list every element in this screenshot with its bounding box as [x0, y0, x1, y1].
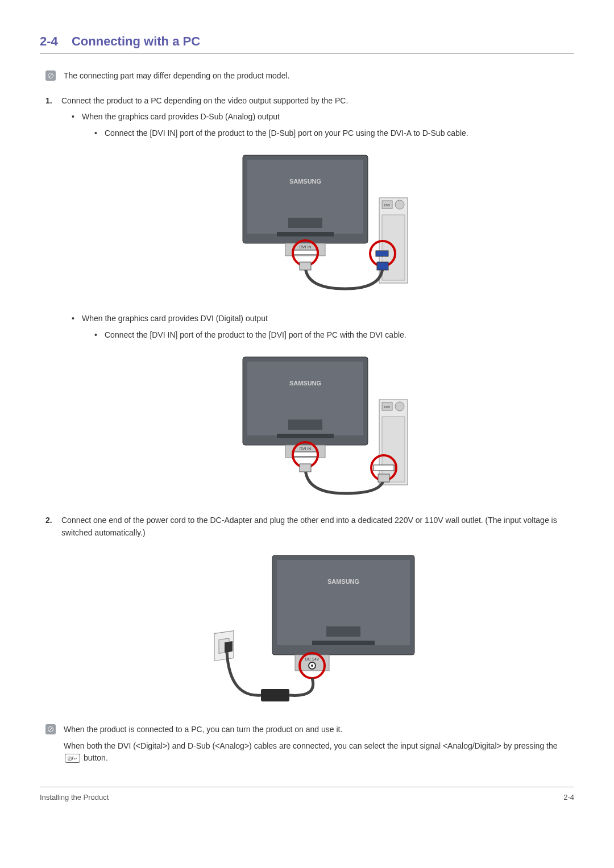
step-1: Connect the product to a PC depending on…: [45, 94, 574, 499]
svg-rect-16: [377, 262, 388, 270]
svg-rect-5: [277, 232, 334, 236]
svg-rect-28: [374, 465, 394, 471]
svg-rect-19: [288, 420, 322, 430]
dvi-in-label: DVI IN: [300, 245, 312, 249]
figure-power: SAMSUNG DC 14V: [61, 550, 574, 709]
figure-dsub: SAMSUNG DVI IN DVI: [82, 149, 574, 297]
svg-rect-22: [292, 452, 318, 456]
dsub-case: When the graphics card provides D-Sub (A…: [72, 110, 574, 297]
dvi-detail: Connect the [DVI IN] port of the product…: [94, 329, 574, 341]
note-text: The connecting part may differ depending…: [64, 70, 289, 82]
note-2-line1: When the product is connected to a PC, y…: [64, 724, 574, 736]
svg-rect-13: [376, 251, 388, 256]
steps-list: Connect the product to a PC depending on…: [45, 94, 574, 709]
note-icon: [45, 70, 56, 81]
step-2: Connect one end of the power cord to the…: [45, 514, 574, 709]
diagram-dvi: SAMSUNG DVI IN DVI: [237, 351, 419, 499]
dsub-detail: Connect the [DVI IN] port of the product…: [94, 127, 574, 139]
svg-point-38: [311, 665, 313, 667]
dvi-card-label: DVI: [384, 203, 390, 207]
svg-rect-27: [382, 417, 405, 482]
figure-dvi: SAMSUNG DVI IN DVI: [82, 351, 574, 499]
brand-label: SAMSUNG: [327, 578, 359, 585]
svg-rect-35: [312, 641, 375, 645]
svg-rect-43: [225, 641, 233, 653]
note-block: The connecting part may differ depending…: [45, 70, 574, 82]
svg-rect-31: [378, 474, 389, 482]
svg-line-45: [49, 728, 52, 731]
svg-line-1: [49, 74, 52, 77]
step-1-text: Connect the product to a PC depending on…: [61, 96, 348, 105]
svg-point-11: [395, 200, 404, 209]
footer-right: 2-4: [563, 793, 574, 801]
section-title: Connecting with a PC: [72, 34, 200, 48]
dsub-title: When the graphics card provides D-Sub (A…: [82, 112, 280, 121]
svg-rect-20: [277, 434, 334, 438]
svg-rect-30: [300, 464, 311, 472]
dvi-card-label: DVI: [384, 405, 390, 409]
step-2-text: Connect one end of the power cord to the…: [61, 516, 557, 537]
footer-left: Installing the Product: [40, 793, 109, 801]
page-footer: Installing the Product 2-4: [40, 787, 574, 801]
svg-rect-4: [288, 218, 322, 228]
section-number: 2-4: [40, 34, 58, 48]
dc-label: DC 14V: [305, 657, 320, 661]
section-heading: 2-4 Connecting with a PC: [40, 34, 574, 54]
svg-rect-42: [261, 689, 289, 701]
note-icon: [45, 724, 56, 734]
svg-rect-15: [300, 262, 311, 270]
note-2-line2: When both the DVI (<Digital>) and D-Sub …: [64, 740, 574, 764]
brand-label: SAMSUNG: [289, 380, 321, 387]
source-button-icon: ⎚/↩: [65, 754, 80, 763]
svg-point-26: [395, 402, 404, 411]
svg-rect-7: [292, 250, 318, 255]
note-2-text: When the product is connected to a PC, y…: [64, 724, 574, 764]
dvi-case: When the graphics card provides DVI (Dig…: [72, 312, 574, 499]
dvi-title: When the graphics card provides DVI (Dig…: [82, 314, 268, 323]
note-2-line2a: When both the DVI (<Digital>) and D-Sub …: [64, 741, 558, 750]
dvi-in-label: DVI IN: [300, 447, 312, 451]
brand-label: SAMSUNG: [289, 178, 321, 185]
note-block-2: When the product is connected to a PC, y…: [45, 724, 574, 764]
svg-rect-34: [326, 626, 360, 637]
diagram-dsub: SAMSUNG DVI IN DVI: [237, 149, 419, 297]
diagram-power: SAMSUNG DC 14V: [204, 550, 432, 709]
note-2-line2b: button.: [84, 753, 108, 762]
